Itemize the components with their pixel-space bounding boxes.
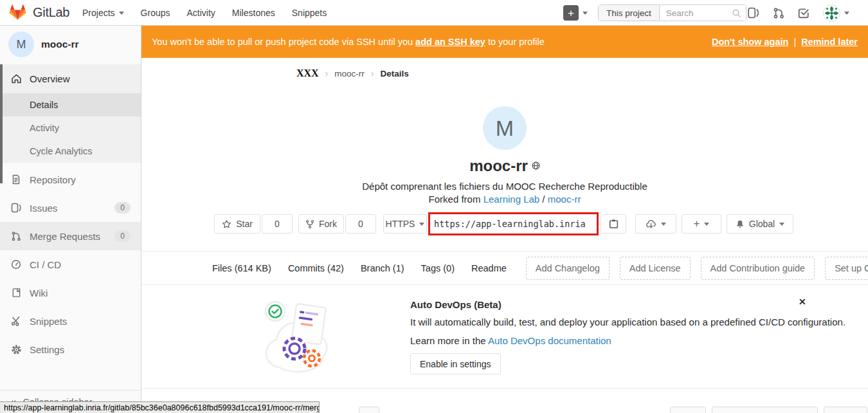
gitlab-project-page: GitLab Projects Groups Activity Mileston… <box>0 0 868 413</box>
browser-status-bar: https://app-learninglab.inria.fr/gitlab/… <box>0 401 320 413</box>
gear-icon <box>10 344 22 355</box>
enable-in-settings-button[interactable]: Enable in settings <box>410 353 501 374</box>
sidebar-item-details[interactable]: Details <box>0 93 141 116</box>
sidebar-scrollbar[interactable] <box>0 64 3 183</box>
copy-url-button[interactable] <box>601 214 626 234</box>
forked-from-line: Forked from Learning Lab / mooc-rr <box>141 194 868 205</box>
close-icon[interactable]: ✕ <box>799 297 806 307</box>
star-count[interactable]: 0 <box>262 214 293 234</box>
caret-down-icon <box>779 223 784 226</box>
nav-milestones[interactable]: Milestones <box>232 8 275 18</box>
main-content: XXX › mooc-rr › Details M mooc-rr Dépôt … <box>141 58 868 413</box>
auto-devops-callout: Auto DevOps (Beta) ✕ It will automatical… <box>141 285 868 389</box>
sidebar-item-overview[interactable]: Overview <box>0 64 141 93</box>
project-title-text: mooc-rr <box>469 157 528 174</box>
nav-projects[interactable]: Projects <box>82 8 124 18</box>
breadcrumb-namespace[interactable]: XXX <box>296 68 319 79</box>
partial-button[interactable] <box>359 407 379 413</box>
clone-url-input[interactable] <box>430 219 597 229</box>
gitlab-logo[interactable]: GitLab <box>9 4 69 21</box>
partial-button[interactable] <box>824 407 867 413</box>
breadcrumb: XXX › mooc-rr › Details <box>296 68 409 79</box>
sidebar-item-label: Overview <box>30 73 70 84</box>
add-license-button[interactable]: Add License <box>620 257 691 280</box>
auto-devops-description: It will automatically build, test, and d… <box>410 317 845 327</box>
protocol-dropdown[interactable]: HTTPS <box>383 214 427 234</box>
partial-button[interactable] <box>670 407 706 413</box>
breadcrumb-current[interactable]: Details <box>381 69 409 78</box>
forked-namespace-link[interactable]: Learning Lab <box>484 194 540 205</box>
banner-text-prefix: You won't be able to pull or push projec… <box>152 37 415 47</box>
sidebar-item-issues[interactable]: Issues 0 <box>0 194 141 222</box>
sidebar-item-activity[interactable]: Activity <box>0 116 141 140</box>
files-link[interactable]: Files (614 KB) <box>212 263 271 273</box>
search-scope-label[interactable]: This project <box>599 5 660 21</box>
sidebar-item-label: Settings <box>30 344 64 355</box>
merge-request-icon <box>10 231 22 241</box>
auto-devops-learn-more: Learn more in the Auto DevOps documentat… <box>410 335 611 346</box>
sidebar-project-name: mooc-rr <box>41 39 79 50</box>
sidebar-item-settings[interactable]: Settings <box>0 335 141 363</box>
star-button[interactable]: Star <box>214 214 260 234</box>
partial-button[interactable] <box>712 407 818 413</box>
add-dropdown[interactable]: + <box>682 214 721 234</box>
issues-icon[interactable] <box>747 7 759 19</box>
sidebar-item-repository[interactable]: Repository <box>0 165 141 194</box>
remind-later-link[interactable]: Remind later <box>801 37 858 47</box>
bell-icon <box>736 219 745 229</box>
add-contribution-guide-button[interactable]: Add Contribution guide <box>701 257 815 280</box>
search-icon <box>732 8 742 19</box>
todos-icon[interactable] <box>798 7 809 19</box>
main-nav: Projects Groups Activity Milestones Snip… <box>82 0 327 26</box>
sidebar-item-cycle-analytics[interactable]: Cycle Analytics <box>0 140 141 163</box>
fork-count[interactable]: 0 <box>345 214 376 234</box>
download-icon <box>646 219 656 229</box>
fork-label: Fork <box>319 219 337 229</box>
auto-devops-title: Auto DevOps (Beta) <box>410 299 502 310</box>
plus-icon: + <box>694 217 700 230</box>
new-menu[interactable]: + <box>563 5 588 21</box>
caret-down-icon <box>704 223 709 226</box>
nav-activity[interactable]: Activity <box>187 8 215 18</box>
project-description: Dépôt comprenant les fichiers du MOOC Re… <box>141 181 868 192</box>
add-changelog-button[interactable]: Add Changelog <box>526 257 610 280</box>
breadcrumb-project[interactable]: mooc-rr <box>334 69 365 78</box>
sidebar-item-merge-requests[interactable]: Merge Requests 0 <box>0 222 141 250</box>
sidebar-project-header[interactable]: M mooc-rr <box>0 26 141 64</box>
dont-show-again-link[interactable]: Don't show again <box>712 37 788 47</box>
sidebar-item-wiki[interactable]: Wiki <box>0 279 141 307</box>
auto-devops-doc-link[interactable]: Auto DevOps documentation <box>488 335 611 346</box>
ssh-warning-banner: You won't be able to pull or push projec… <box>141 26 868 58</box>
search-bar: This project <box>598 5 746 21</box>
banner-text-suffix: to your profile <box>485 37 545 47</box>
branch-link[interactable]: Branch (1) <box>361 263 404 273</box>
breadcrumb-separator: › <box>371 68 374 78</box>
fork-button[interactable]: Fork <box>298 214 344 234</box>
fork-icon <box>305 219 314 229</box>
project-sidebar: M mooc-rr Overview Details Activity Cycl… <box>0 26 141 413</box>
file-icon <box>10 174 22 185</box>
download-dropdown[interactable] <box>635 214 676 234</box>
auto-devops-illustration <box>261 291 341 376</box>
sidebar-item-ci-cd[interactable]: CI / CD <box>0 250 141 279</box>
commits-link[interactable]: Commits (42) <box>288 263 344 273</box>
project-stats-row: Files (614 KB) Commits (42) Branch (1) T… <box>141 252 868 285</box>
nav-groups[interactable]: Groups <box>141 8 170 18</box>
star-label: Star <box>236 219 253 229</box>
merge-requests-icon[interactable] <box>773 7 784 19</box>
gitlab-tanuki-icon <box>9 4 26 21</box>
tags-link[interactable]: Tags (0) <box>421 263 455 273</box>
gauge-icon <box>10 259 22 270</box>
sidebar-item-snippets[interactable]: Snippets <box>0 307 141 335</box>
readme-link[interactable]: Readme <box>471 263 507 273</box>
forked-project-link[interactable]: mooc-rr <box>548 194 581 205</box>
nav-snippets[interactable]: Snippets <box>292 8 327 18</box>
notification-label: Global <box>749 219 775 229</box>
notification-dropdown[interactable]: Global <box>727 214 793 234</box>
merge-requests-count-badge: 0 <box>114 230 131 242</box>
top-navbar: GitLab Projects Groups Activity Mileston… <box>0 0 868 26</box>
setup-cicd-button[interactable]: Set up CI/CD <box>825 257 868 280</box>
add-ssh-key-link[interactable]: add an SSH key <box>415 37 485 47</box>
user-menu[interactable] <box>823 5 849 22</box>
sidebar-item-label: Repository <box>30 174 76 185</box>
